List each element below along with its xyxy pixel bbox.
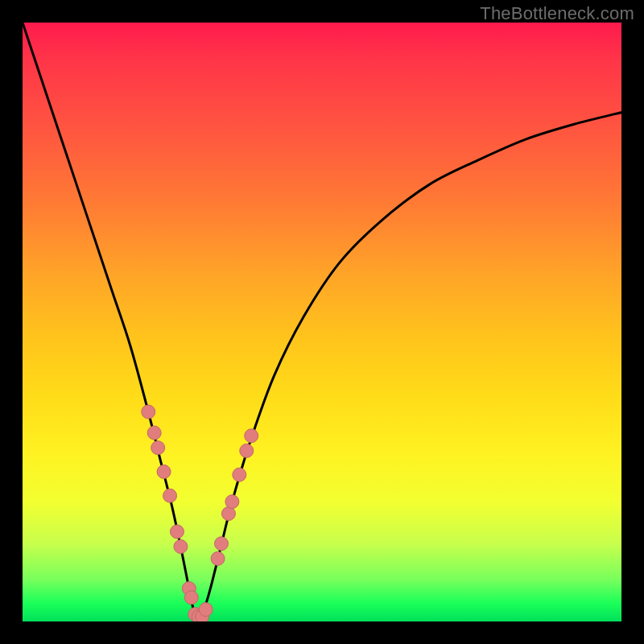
marker-dot — [233, 468, 246, 481]
marker-group — [142, 405, 258, 621]
marker-dot — [147, 426, 161, 440]
marker-dot — [221, 507, 235, 521]
marker-dot — [157, 465, 171, 479]
marker-dot — [174, 540, 188, 554]
marker-dot — [199, 603, 213, 617]
plot-svg — [23, 23, 621, 621]
marker-dot — [184, 591, 198, 605]
marker-dot — [240, 444, 254, 457]
marker-dot — [151, 441, 165, 455]
marker-dot — [163, 489, 177, 502]
marker-dot — [245, 429, 258, 443]
marker-dot — [215, 537, 229, 551]
outer-frame: TheBottleneck.com — [0, 0, 644, 644]
marker-dot — [225, 495, 239, 509]
plot-area — [23, 23, 621, 621]
marker-dot — [142, 405, 155, 419]
marker-dot — [170, 525, 184, 539]
marker-dot — [211, 551, 225, 565]
bottleneck-curve — [23, 23, 621, 620]
watermark-text: TheBottleneck.com — [480, 3, 634, 24]
